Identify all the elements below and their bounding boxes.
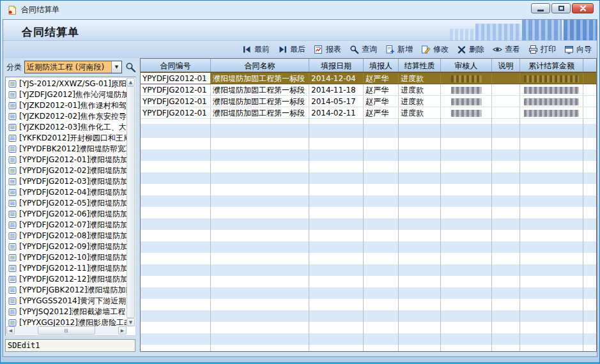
page-header: 合同结算单 (3, 20, 597, 41)
titlebar[interactable]: 合同结算单 (3, 1, 597, 19)
table-cell[interactable]: 赵严华 (364, 96, 399, 107)
column-header[interactable]: 合同编号 (141, 59, 211, 72)
table-cell[interactable]: 赵严华 (364, 107, 399, 118)
list-item[interactable]: [YPYDFJG2012-07]濮阳堤防加.. (6, 220, 127, 231)
list-item[interactable]: [YPYDFJG2012-05]濮阳堤防加.. (6, 198, 127, 209)
column-header[interactable]: 说明 (492, 59, 520, 72)
table-cell[interactable] (441, 73, 492, 84)
maximize-button[interactable] (551, 3, 571, 13)
vertical-scroll-thumb[interactable] (127, 86, 135, 318)
table-row-selected[interactable]: YPYDFJG2012-01濮阳堤防加固工程第一标段2014-12-04赵严华进… (141, 72, 596, 84)
toolbar-button-add[interactable]: 新增 (385, 44, 413, 55)
table-row[interactable]: YPYDFJG2012-01濮阳堤防加固工程第一标段2014-11-18赵严华进… (141, 84, 596, 96)
list-item[interactable]: [YPYJSQ2012]濮阳截渗墙工程 (6, 307, 127, 317)
list-item[interactable]: [YPYDFJG2012-04]濮阳堤防加.. (6, 187, 127, 198)
table-cell[interactable]: 进度款 (399, 107, 441, 118)
table-cell[interactable] (492, 84, 520, 95)
table-cell[interactable] (441, 84, 492, 95)
column-header[interactable]: 结算性质 (399, 59, 441, 72)
window-title: 合同结算单 (21, 4, 59, 15)
scroll-right-icon[interactable]: ▶ (118, 326, 127, 335)
table-cell[interactable] (520, 107, 583, 118)
toolbar-button-report[interactable]: 报表 (314, 44, 341, 55)
list-item[interactable]: [YPYDFJG2012-03]濮阳堤防加.. (6, 176, 127, 187)
toolbar-button-edit[interactable]: 修改 (421, 44, 449, 55)
toolbar-button-last[interactable]: 最后 (278, 44, 305, 55)
list-item[interactable]: [YJZKD2012-02]焦作东安控导工 (6, 111, 127, 122)
list-item[interactable]: [YPYDFJG2012-06]濮阳堤防加.. (6, 209, 127, 220)
table-cell[interactable] (492, 107, 520, 118)
column-header[interactable]: 填报日期 (309, 59, 364, 72)
scroll-left-icon[interactable]: ◀ (6, 326, 15, 335)
table-cell[interactable]: 赵严华 (364, 73, 399, 84)
column-header[interactable]: 审核人 (441, 59, 492, 72)
list-item[interactable]: [YJZDFJG2012]焦作沁河堤防加. (6, 89, 127, 100)
table-cell[interactable]: 2014-05-17 (309, 96, 364, 107)
table-cell-extra (583, 84, 596, 95)
table-cell[interactable]: 濮阳堤防加固工程第一标段 (211, 84, 309, 95)
table-cell-extra (583, 96, 596, 107)
toolbar-button-print[interactable]: 打印 (528, 44, 556, 55)
close-button[interactable] (572, 3, 594, 13)
horizontal-scroll-track[interactable] (15, 326, 118, 335)
table-cell[interactable]: 进度款 (399, 73, 441, 84)
table-cell[interactable]: 2014-12-04 (309, 73, 364, 84)
horizontal-scroll-thumb[interactable] (38, 326, 96, 335)
table-cell[interactable] (520, 84, 583, 95)
table-cell[interactable]: 濮阳堤防加固工程第一标段 (211, 96, 309, 107)
table-cell[interactable]: YPYDFJG2012-01 (141, 73, 211, 84)
list-item[interactable]: [YPYDFJG2012-11]濮阳堤防加.. (6, 263, 127, 274)
table-cell[interactable] (441, 96, 492, 107)
table-cell[interactable] (520, 96, 583, 107)
table-cell[interactable]: YPYDFJG2012-01 (141, 84, 211, 95)
table-cell[interactable]: 进度款 (399, 84, 441, 95)
table-cell[interactable]: 赵严华 (364, 84, 399, 95)
table-cell[interactable] (441, 107, 492, 118)
list-item[interactable]: [YPYDFJG2012-12]濮阳堤防加.. (6, 274, 127, 285)
toolbar-button-delete[interactable]: 删除 (457, 44, 484, 55)
table-cell[interactable] (492, 73, 520, 84)
table-row[interactable]: YPYDFJG2012-01濮阳堤防加固工程第一标段2014-05-17赵严华进… (141, 96, 596, 107)
table-cell[interactable]: 2014-11-18 (309, 84, 364, 95)
toolbar-button-query[interactable]: 查询 (350, 44, 377, 55)
chevron-down-icon[interactable]: ▼ (111, 61, 121, 73)
list-item[interactable]: [YPYDFJG2012-09]濮阳堤防加.. (6, 241, 127, 252)
horizontal-scrollbar[interactable]: ◀ ▶ (6, 326, 127, 335)
list-item[interactable]: [YPYDFJG2012-08]濮阳堤防加.. (6, 231, 127, 241)
table-row[interactable]: YPYDFJG2012-01濮阳堤防加固工程第一标段2014-02-11赵严华进… (141, 107, 596, 119)
vertical-scrollbar[interactable]: ▲ ▼ (127, 78, 135, 326)
table-cell[interactable]: 濮阳堤防加固工程第一标段 (211, 73, 309, 84)
list-item[interactable]: [YPYDFBK2012]濮阳堤防帮宽工程 (6, 144, 127, 155)
minimize-button[interactable] (531, 3, 550, 13)
table-cell[interactable] (492, 96, 520, 107)
scroll-document-icon (8, 232, 17, 240)
list-item[interactable]: [YPYDFJG2012-02]濮阳堤防加.. (6, 165, 127, 176)
toolbar-button-view[interactable]: 查看 (493, 44, 520, 55)
table-cell[interactable]: 进度款 (399, 96, 441, 107)
sidebar-search-button[interactable] (125, 61, 136, 73)
scroll-up-icon[interactable]: ▲ (127, 78, 135, 86)
column-header[interactable]: 填报人 (364, 59, 399, 72)
sdedit-field[interactable]: SDEdit1 (5, 339, 135, 352)
list-item[interactable]: [YPYDFJG2012-01]濮阳堤防加.. (6, 155, 127, 165)
table-cell[interactable]: 2014-02-11 (309, 107, 364, 118)
table-cell[interactable]: YPYDFJG2012-01 (141, 96, 211, 107)
table-cell[interactable]: YPYDFJG2012-01 (141, 107, 211, 118)
column-header[interactable]: 累计结算金额 (520, 59, 583, 72)
list-item[interactable]: [YPYXGGJ2012]濮阳影唐险工改. (6, 317, 127, 326)
list-item[interactable]: [YPYGGSS2014]黄河下游近期防. (6, 296, 127, 307)
window-controls (531, 3, 594, 13)
table-cell[interactable]: 濮阳堤防加固工程第一标段 (211, 107, 309, 118)
list-item[interactable]: [YJZKD2012-01]焦作逯村和驾.. (6, 100, 127, 111)
list-item[interactable]: [YJZKD2012-03]焦作化工、大.. (6, 122, 127, 133)
toolbar-button-wizard[interactable]: 向导 (564, 44, 592, 55)
scroll-down-icon[interactable]: ▼ (127, 318, 135, 326)
category-combobox[interactable]: 近期防洪工程 (河南段) ▼ (24, 61, 122, 73)
column-header[interactable]: 合同名称 (211, 59, 309, 72)
toolbar-button-first[interactable]: 最前 (242, 44, 270, 55)
list-item[interactable]: [YPYDFJG2012-10]濮阳堤防加.. (6, 252, 127, 263)
table-cell[interactable] (520, 73, 583, 84)
list-item[interactable]: [YKFKD2012]开封柳园口和王庵. (6, 133, 127, 144)
list-item[interactable]: [YJS-2012/XXWZ/SG-01]原阳武. (6, 79, 127, 89)
list-item[interactable]: [YPYDFJGBK2012]濮阳堤防加固. (6, 285, 127, 296)
